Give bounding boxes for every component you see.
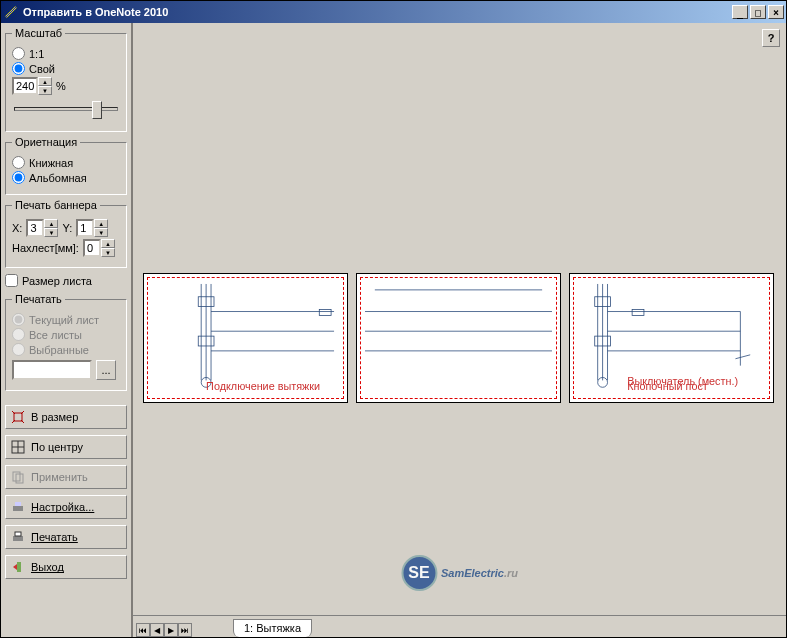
svg-line-1 <box>6 7 16 17</box>
scale-slider[interactable] <box>12 99 120 123</box>
banner-x-label: X: <box>12 222 22 234</box>
svg-line-38 <box>735 355 750 359</box>
printer-settings-icon <box>10 499 26 515</box>
print-selected-label: Выбранные <box>29 344 89 356</box>
window-title: Отправить в OneNote 2010 <box>23 6 730 18</box>
portrait-row[interactable]: Книжная <box>12 156 120 169</box>
apply-button: Применить <box>5 465 127 489</box>
banner-legend: Печать баннера <box>12 199 100 211</box>
print-selected-radio <box>12 343 25 356</box>
print-button[interactable]: Печатать <box>5 525 127 549</box>
printer-icon <box>10 529 26 545</box>
scale-percent-label: % <box>56 80 66 92</box>
preview-area[interactable]: ? Подключение вытяжки <box>133 23 786 615</box>
print-all-row: Все листы <box>12 328 120 341</box>
portrait-label: Книжная <box>29 157 73 169</box>
scale-custom-label: Свой <box>29 63 55 75</box>
print-group: Печатать Текущий лист Все листы Выбранны… <box>5 293 127 391</box>
browse-button[interactable]: ... <box>96 360 116 380</box>
schematic-3: Выключатель (местн.) Кнопочный пост <box>578 282 765 395</box>
scale-custom-radio[interactable] <box>12 62 25 75</box>
maximize-button[interactable]: □ <box>750 5 766 19</box>
banner-x-down[interactable]: ▼ <box>44 228 58 237</box>
center-button[interactable]: По центру <box>5 435 127 459</box>
scale-custom-row[interactable]: Свой <box>12 62 120 75</box>
scale-11-radio[interactable] <box>12 47 25 60</box>
scale-down-button[interactable]: ▼ <box>38 86 52 95</box>
scale-group: Масштаб 1:1 Свой ▲ ▼ <box>5 27 127 132</box>
sheet-tab-1[interactable]: 1: Вытяжка <box>233 619 312 637</box>
page-preview-1[interactable]: Подключение вытяжки <box>143 273 348 403</box>
scale-11-label: 1:1 <box>29 48 44 60</box>
settings-button[interactable]: Настройка... <box>5 495 127 519</box>
landscape-label: Альбомная <box>29 172 87 184</box>
overlap-label: Нахлест[мм]: <box>12 242 79 254</box>
page-preview-2[interactable] <box>356 273 561 403</box>
page-size-row[interactable]: Размер листа <box>5 274 127 287</box>
fit-icon <box>10 409 26 425</box>
scale-up-button[interactable]: ▲ <box>38 77 52 86</box>
sheet-tab-label: 1: Вытяжка <box>244 622 301 634</box>
print-path-input[interactable] <box>12 360 92 380</box>
print-current-row: Текущий лист <box>12 313 120 326</box>
body: Масштаб 1:1 Свой ▲ ▼ <box>1 23 786 637</box>
tab-nav: ⏮ ◀ ▶ ⏭ <box>136 623 192 637</box>
banner-x-up[interactable]: ▲ <box>44 219 58 228</box>
print-label: Печатать <box>31 531 78 543</box>
center-icon <box>10 439 26 455</box>
page-previews: Подключение вытяжки <box>143 273 774 403</box>
tab-next-button[interactable]: ▶ <box>164 623 178 637</box>
banner-group: Печать баннера X: ▲▼ Y: ▲▼ Нахлест[мм]: <box>5 199 127 268</box>
slider-track <box>14 107 118 111</box>
tab-first-button[interactable]: ⏮ <box>136 623 150 637</box>
titlebar: Отправить в OneNote 2010 _ □ × <box>1 1 786 23</box>
apply-label: Применить <box>31 471 88 483</box>
watermark: SE SamElectric.ru <box>401 555 518 591</box>
scale-11-row[interactable]: 1:1 <box>12 47 120 60</box>
fit-button[interactable]: В размер <box>5 405 127 429</box>
settings-label: Настройка... <box>31 501 94 513</box>
svg-rect-11 <box>15 532 21 536</box>
print-current-label: Текущий лист <box>29 314 99 326</box>
tab-prev-button[interactable]: ◀ <box>150 623 164 637</box>
scale-value-input[interactable] <box>12 77 38 95</box>
minimize-button[interactable]: _ <box>732 5 748 19</box>
exit-icon <box>10 559 26 575</box>
slider-thumb[interactable] <box>92 101 102 119</box>
sidebar: Масштаб 1:1 Свой ▲ ▼ <box>1 23 131 637</box>
landscape-row[interactable]: Альбомная <box>12 171 120 184</box>
overlap-up[interactable]: ▲ <box>101 239 115 248</box>
svg-rect-22 <box>319 310 331 316</box>
svg-text:Кнопочный пост: Кнопочный пост <box>627 380 708 392</box>
banner-y-up[interactable]: ▲ <box>94 219 108 228</box>
banner-y-down[interactable]: ▼ <box>94 228 108 237</box>
banner-y-label: Y: <box>62 222 72 234</box>
svg-rect-9 <box>15 502 21 506</box>
overlap-input[interactable] <box>83 239 101 257</box>
banner-x-input[interactable] <box>26 219 44 237</box>
portrait-radio[interactable] <box>12 156 25 169</box>
orientation-group: Ориетнация Книжная Альбомная <box>5 136 127 195</box>
print-legend: Печатать <box>12 293 65 305</box>
center-label: По центру <box>31 441 83 453</box>
schematic-1: Подключение вытяжки <box>152 282 339 395</box>
page-preview-3[interactable]: Выключатель (местн.) Кнопочный пост <box>569 273 774 403</box>
exit-button[interactable]: Выход <box>5 555 127 579</box>
exit-label: Выход <box>31 561 64 573</box>
page-size-label: Размер листа <box>22 275 92 287</box>
svg-rect-8 <box>13 506 23 511</box>
help-button[interactable]: ? <box>762 29 780 47</box>
print-all-radio <box>12 328 25 341</box>
orientation-legend: Ориетнация <box>12 136 80 148</box>
schematic-2 <box>365 282 552 395</box>
close-button[interactable]: × <box>768 5 784 19</box>
page-size-checkbox[interactable] <box>5 274 18 287</box>
svg-text:Подключение вытяжки: Подключение вытяжки <box>206 380 320 392</box>
overlap-down[interactable]: ▼ <box>101 248 115 257</box>
landscape-radio[interactable] <box>12 171 25 184</box>
banner-y-input[interactable] <box>76 219 94 237</box>
main-area: ? Подключение вытяжки <box>131 23 786 637</box>
tab-last-button[interactable]: ⏭ <box>178 623 192 637</box>
tabbar: ⏮ ◀ ▶ ⏭ 1: Вытяжка <box>133 615 786 637</box>
app-icon <box>3 4 19 20</box>
